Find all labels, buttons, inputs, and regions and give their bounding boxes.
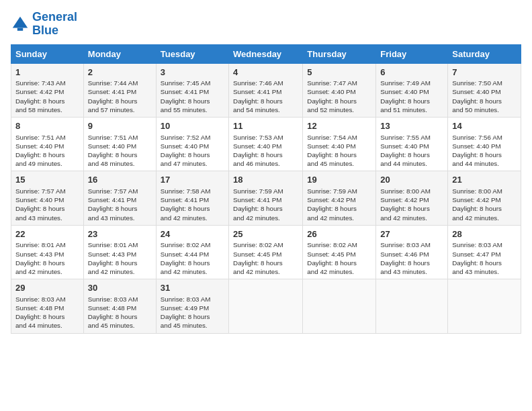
calendar-cell: 11Sunrise: 7:53 AMSunset: 4:40 PMDayligh…	[229, 118, 303, 171]
day-info: Sunrise: 8:03 AMSunset: 4:49 PMDaylight:…	[161, 295, 224, 330]
col-header-sunday: Sunday	[11, 44, 84, 63]
calendar-cell: 22Sunrise: 8:01 AMSunset: 4:43 PMDayligh…	[11, 225, 84, 279]
day-info: Sunrise: 7:49 AMSunset: 4:40 PMDaylight:…	[380, 79, 443, 114]
calendar-cell: 16Sunrise: 7:57 AMSunset: 4:41 PMDayligh…	[83, 171, 156, 225]
day-info: Sunrise: 7:50 AMSunset: 4:40 PMDaylight:…	[452, 79, 517, 114]
day-number: 3	[161, 66, 224, 79]
svg-rect-1	[17, 28, 23, 30]
calendar-cell: 15Sunrise: 7:57 AMSunset: 4:40 PMDayligh…	[11, 171, 84, 225]
calendar-cell: 2Sunrise: 7:44 AMSunset: 4:41 PMDaylight…	[83, 63, 156, 117]
calendar-cell: 4Sunrise: 7:46 AMSunset: 4:41 PMDaylight…	[229, 63, 303, 117]
day-number: 26	[307, 228, 371, 240]
day-info: Sunrise: 7:58 AMSunset: 4:41 PMDaylight:…	[161, 187, 224, 222]
day-info: Sunrise: 7:52 AMSunset: 4:40 PMDaylight:…	[161, 133, 224, 169]
calendar-week-row: 15Sunrise: 7:57 AMSunset: 4:40 PMDayligh…	[11, 171, 521, 225]
day-number: 4	[233, 66, 298, 79]
calendar-cell: 3Sunrise: 7:45 AMSunset: 4:41 PMDaylight…	[156, 63, 228, 117]
day-number: 10	[161, 120, 224, 132]
calendar-cell	[229, 279, 303, 333]
day-number: 2	[88, 66, 152, 79]
col-header-friday: Friday	[376, 44, 448, 63]
day-number: 1	[15, 66, 79, 79]
day-number: 25	[233, 228, 298, 240]
calendar-cell: 27Sunrise: 8:03 AMSunset: 4:46 PMDayligh…	[376, 225, 448, 279]
day-number: 12	[307, 120, 371, 132]
day-info: Sunrise: 7:55 AMSunset: 4:40 PMDaylight:…	[380, 133, 443, 169]
day-info: Sunrise: 7:45 AMSunset: 4:41 PMDaylight:…	[161, 79, 224, 114]
day-number: 31	[161, 282, 224, 294]
day-info: Sunrise: 7:47 AMSunset: 4:40 PMDaylight:…	[307, 79, 371, 114]
calendar-header-row: SundayMondayTuesdayWednesdayThursdayFrid…	[11, 44, 521, 63]
calendar-week-row: 22Sunrise: 8:01 AMSunset: 4:43 PMDayligh…	[11, 225, 521, 279]
day-info: Sunrise: 7:53 AMSunset: 4:40 PMDaylight:…	[233, 133, 298, 169]
calendar-cell	[448, 279, 521, 333]
col-header-monday: Monday	[83, 44, 156, 63]
calendar-week-row: 8Sunrise: 7:51 AMSunset: 4:40 PMDaylight…	[11, 118, 521, 171]
day-info: Sunrise: 8:02 AMSunset: 4:45 PMDaylight:…	[233, 240, 298, 276]
day-number: 6	[380, 66, 443, 79]
day-number: 29	[15, 282, 79, 294]
calendar-week-row: 29Sunrise: 8:03 AMSunset: 4:48 PMDayligh…	[11, 279, 521, 333]
day-info: Sunrise: 8:00 AMSunset: 4:42 PMDaylight:…	[452, 187, 517, 222]
day-number: 18	[233, 174, 298, 186]
logo-text: General Blue	[32, 11, 77, 38]
calendar-cell: 28Sunrise: 8:03 AMSunset: 4:47 PMDayligh…	[448, 225, 521, 279]
calendar-cell: 26Sunrise: 8:02 AMSunset: 4:45 PMDayligh…	[303, 225, 376, 279]
day-number: 28	[452, 228, 517, 240]
calendar-cell: 6Sunrise: 7:49 AMSunset: 4:40 PMDaylight…	[376, 63, 448, 117]
day-number: 14	[452, 120, 517, 132]
day-number: 5	[307, 66, 371, 79]
calendar-cell: 14Sunrise: 7:56 AMSunset: 4:40 PMDayligh…	[448, 118, 521, 171]
day-number: 7	[452, 66, 517, 79]
day-number: 8	[15, 120, 79, 132]
logo: General Blue	[11, 11, 77, 38]
calendar-cell: 25Sunrise: 8:02 AMSunset: 4:45 PMDayligh…	[229, 225, 303, 279]
day-number: 16	[88, 174, 152, 186]
calendar-cell: 9Sunrise: 7:51 AMSunset: 4:40 PMDaylight…	[83, 118, 156, 171]
day-number: 22	[15, 228, 79, 240]
day-info: Sunrise: 8:02 AMSunset: 4:45 PMDaylight:…	[307, 240, 371, 276]
day-info: Sunrise: 7:56 AMSunset: 4:40 PMDaylight:…	[452, 133, 517, 169]
day-number: 11	[233, 120, 298, 132]
day-info: Sunrise: 8:03 AMSunset: 4:46 PMDaylight:…	[380, 240, 443, 276]
day-number: 13	[380, 120, 443, 132]
day-info: Sunrise: 7:54 AMSunset: 4:40 PMDaylight:…	[307, 133, 371, 169]
day-info: Sunrise: 8:03 AMSunset: 4:47 PMDaylight:…	[452, 240, 517, 276]
day-info: Sunrise: 7:51 AMSunset: 4:40 PMDaylight:…	[88, 133, 152, 169]
calendar-cell: 7Sunrise: 7:50 AMSunset: 4:40 PMDaylight…	[448, 63, 521, 117]
calendar-cell: 13Sunrise: 7:55 AMSunset: 4:40 PMDayligh…	[376, 118, 448, 171]
logo-icon	[11, 15, 30, 34]
day-number: 27	[380, 228, 443, 240]
day-info: Sunrise: 8:01 AMSunset: 4:43 PMDaylight:…	[88, 240, 152, 276]
day-info: Sunrise: 7:57 AMSunset: 4:40 PMDaylight:…	[15, 187, 79, 222]
day-info: Sunrise: 7:46 AMSunset: 4:41 PMDaylight:…	[233, 79, 298, 114]
day-info: Sunrise: 7:44 AMSunset: 4:41 PMDaylight:…	[88, 79, 152, 114]
calendar-cell: 21Sunrise: 8:00 AMSunset: 4:42 PMDayligh…	[448, 171, 521, 225]
day-number: 23	[88, 228, 152, 240]
svg-marker-0	[13, 17, 28, 28]
day-number: 19	[307, 174, 371, 186]
col-header-thursday: Thursday	[303, 44, 376, 63]
calendar-cell: 10Sunrise: 7:52 AMSunset: 4:40 PMDayligh…	[156, 118, 228, 171]
day-info: Sunrise: 8:03 AMSunset: 4:48 PMDaylight:…	[15, 295, 79, 330]
col-header-wednesday: Wednesday	[229, 44, 303, 63]
calendar-cell	[376, 279, 448, 333]
day-number: 30	[88, 282, 152, 294]
day-info: Sunrise: 8:02 AMSunset: 4:44 PMDaylight:…	[161, 240, 224, 276]
day-number: 21	[452, 174, 517, 186]
day-info: Sunrise: 7:59 AMSunset: 4:42 PMDaylight:…	[307, 187, 371, 222]
calendar-cell: 20Sunrise: 8:00 AMSunset: 4:42 PMDayligh…	[376, 171, 448, 225]
day-number: 24	[161, 228, 224, 240]
calendar-cell: 18Sunrise: 7:59 AMSunset: 4:41 PMDayligh…	[229, 171, 303, 225]
calendar-cell: 12Sunrise: 7:54 AMSunset: 4:40 PMDayligh…	[303, 118, 376, 171]
day-number: 17	[161, 174, 224, 186]
calendar-cell: 31Sunrise: 8:03 AMSunset: 4:49 PMDayligh…	[156, 279, 228, 333]
calendar-cell: 24Sunrise: 8:02 AMSunset: 4:44 PMDayligh…	[156, 225, 228, 279]
day-info: Sunrise: 7:59 AMSunset: 4:41 PMDaylight:…	[233, 187, 298, 222]
calendar-cell: 29Sunrise: 8:03 AMSunset: 4:48 PMDayligh…	[11, 279, 84, 333]
calendar-cell: 30Sunrise: 8:03 AMSunset: 4:48 PMDayligh…	[83, 279, 156, 333]
day-info: Sunrise: 7:57 AMSunset: 4:41 PMDaylight:…	[88, 187, 152, 222]
col-header-tuesday: Tuesday	[156, 44, 228, 63]
day-number: 20	[380, 174, 443, 186]
calendar-cell: 19Sunrise: 7:59 AMSunset: 4:42 PMDayligh…	[303, 171, 376, 225]
